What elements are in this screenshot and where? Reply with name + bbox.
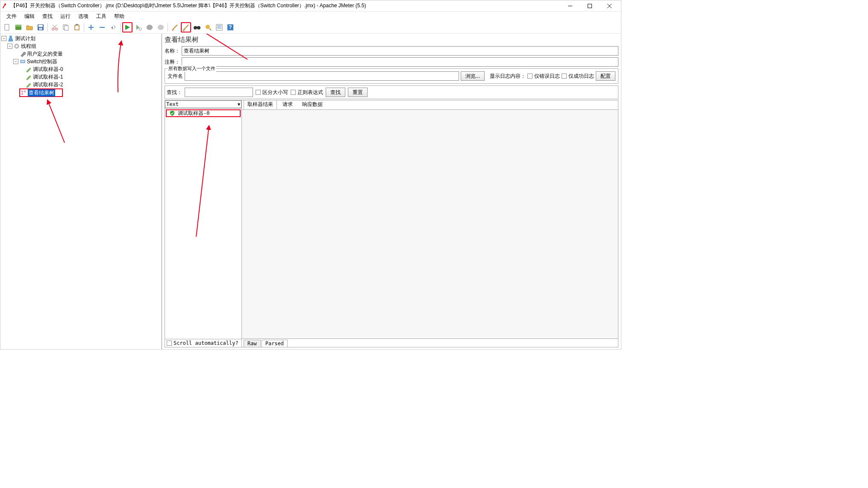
renderer-select[interactable]: Text ▾ — [165, 100, 241, 108]
svg-rect-18 — [76, 24, 78, 25]
search-input[interactable] — [185, 88, 253, 97]
file-fieldset-legend: 所有数据写入一个文件 — [168, 65, 216, 72]
templates-icon[interactable] — [13, 22, 24, 32]
play-icon[interactable] — [122, 22, 132, 32]
titlebar: 【P46】开关控制器（Switch Controller）.jmx (D:\De… — [0, 0, 621, 12]
svg-rect-17 — [75, 26, 79, 29]
svg-point-36 — [16, 45, 18, 47]
flask-icon — [7, 35, 14, 42]
toolbar: ? — [0, 21, 621, 34]
tab-request[interactable]: 请求 — [279, 100, 297, 109]
svg-rect-4 — [5, 24, 9, 30]
save-icon[interactable] — [35, 22, 46, 32]
svg-point-11 — [56, 28, 58, 30]
svg-rect-15 — [65, 26, 68, 30]
reset-search-icon[interactable] — [203, 22, 213, 32]
tree-panel[interactable]: − 测试计划 − 线程组 用户定义的变量 − Switch控制器 — [0, 34, 162, 349]
svg-rect-9 — [39, 28, 42, 30]
filename-input[interactable] — [185, 71, 459, 81]
tree-node-sampler-2[interactable]: 调试取样器-2 — [1, 81, 161, 88]
broom-all-icon[interactable] — [181, 22, 191, 32]
result-item-0[interactable]: 调试取样器-0 — [166, 109, 241, 117]
menu-edit[interactable]: 编辑 — [21, 12, 38, 21]
svg-rect-29 — [216, 24, 222, 30]
wrench-icon — [19, 50, 26, 57]
filename-label: 文件名 — [168, 73, 183, 80]
results-left-panel: Text ▾ 调试取样器-0 Scroll automatically? — [165, 100, 242, 347]
svg-line-12 — [53, 25, 57, 28]
sampler-request-icon — [25, 66, 32, 73]
results-body — [242, 110, 618, 338]
menu-options[interactable]: 选项 — [75, 12, 92, 21]
svg-point-10 — [52, 28, 54, 30]
tab-raw[interactable]: Raw — [244, 340, 261, 347]
tree-node-test-plan[interactable]: − 测试计划 — [1, 35, 161, 42]
tab-sampler-result[interactable]: 取样器结果 — [244, 100, 277, 109]
open-folder-icon[interactable] — [24, 22, 35, 32]
sampler-request-icon — [25, 81, 32, 88]
minimize-button[interactable] — [560, 1, 580, 11]
stop-icon[interactable] — [144, 22, 155, 32]
binoculars-icon[interactable] — [192, 22, 202, 32]
maximize-button[interactable] — [580, 1, 600, 11]
svg-point-22 — [139, 28, 141, 30]
function-helper-icon[interactable] — [214, 22, 224, 32]
case-sensitive-checkbox[interactable]: 区分大小写 — [256, 89, 288, 96]
tree-node-switch-controller[interactable]: − Switch控制器 — [1, 58, 161, 65]
results-list[interactable]: 调试取样器-0 — [165, 108, 241, 339]
tree-node-sampler-0[interactable]: 调试取样器-0 — [1, 65, 161, 73]
menubar: 文件 编辑 查找 运行 选项 工具 帮助 — [0, 12, 621, 21]
tree-node-sampler-1[interactable]: 调试取样器-1 — [1, 73, 161, 81]
tab-response[interactable]: 响应数据 — [298, 100, 327, 109]
tree-node-user-vars[interactable]: 用户定义的变量 — [1, 50, 161, 58]
close-button[interactable] — [600, 1, 619, 11]
svg-marker-24 — [158, 25, 164, 30]
new-file-icon[interactable] — [2, 22, 12, 32]
menu-tools[interactable]: 工具 — [93, 12, 110, 21]
tree-node-view-results[interactable]: 查看结果树 — [19, 88, 63, 97]
copy-icon[interactable] — [61, 22, 71, 32]
minus-icon[interactable] — [97, 22, 107, 32]
app-icon — [2, 3, 8, 9]
menu-file[interactable]: 文件 — [3, 12, 20, 21]
plus-icon[interactable] — [86, 22, 96, 32]
gear-icon — [13, 43, 20, 50]
browse-button[interactable]: 浏览... — [461, 71, 485, 81]
results-right-panel: 取样器结果 请求 响应数据 Raw Parsed — [242, 100, 618, 347]
log-display-label: 显示日志内容： — [490, 73, 526, 80]
svg-rect-40 — [21, 93, 23, 95]
bottom-tabs: Raw Parsed — [242, 338, 618, 347]
comments-input[interactable] — [182, 57, 618, 67]
name-input[interactable] — [182, 46, 618, 56]
search-label: 查找： — [167, 89, 182, 96]
sampler-icon — [19, 58, 26, 65]
menu-help[interactable]: 帮助 — [111, 12, 128, 21]
file-fieldset: 所有数据写入一个文件 文件名 浏览... 显示日志内容： 仅错误日志 仅成功日志… — [165, 68, 618, 84]
shutdown-icon[interactable] — [156, 22, 166, 32]
broom-icon[interactable] — [170, 22, 180, 32]
scroll-auto-checkbox[interactable]: Scroll automatically? — [167, 340, 238, 346]
svg-rect-39 — [24, 91, 26, 92]
paste-icon[interactable] — [72, 22, 82, 32]
tab-parsed[interactable]: Parsed — [262, 340, 288, 347]
svg-rect-1 — [588, 4, 592, 8]
only-success-checkbox[interactable]: 仅成功日志 — [562, 73, 594, 80]
toggle-icon[interactable] — [108, 22, 118, 32]
menu-run[interactable]: 运行 — [57, 12, 74, 21]
search-button[interactable]: 查找 — [326, 88, 345, 97]
results-area: Text ▾ 调试取样器-0 Scroll automatically? — [165, 100, 618, 347]
cut-icon[interactable] — [50, 22, 60, 32]
regex-checkbox[interactable]: 正则表达式 — [291, 89, 323, 96]
play-nowait-icon[interactable] — [133, 22, 144, 32]
reset-button[interactable]: 重置 — [348, 88, 368, 97]
panel-title: 查看结果树 — [165, 35, 618, 44]
menu-search[interactable]: 查找 — [39, 12, 56, 21]
svg-marker-23 — [147, 25, 153, 30]
help-icon[interactable]: ? — [225, 22, 235, 32]
svg-rect-37 — [21, 60, 25, 63]
tree-node-thread-group[interactable]: − 线程组 — [1, 42, 161, 50]
only-errors-checkbox[interactable]: 仅错误日志 — [527, 73, 560, 80]
configure-button[interactable]: 配置 — [596, 71, 615, 81]
name-label: 名称： — [165, 47, 180, 55]
right-panel: 查看结果树 名称： 注释： 所有数据写入一个文件 文件名 浏览... 显示日志内… — [162, 34, 621, 349]
